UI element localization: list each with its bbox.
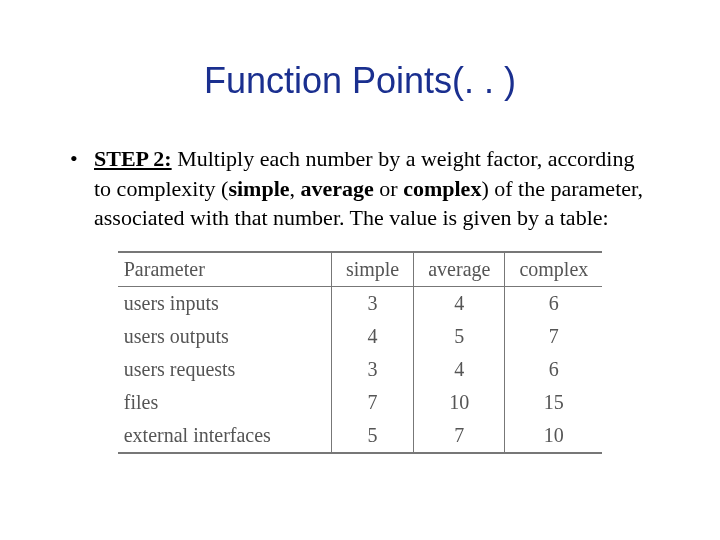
col-parameter: Parameter bbox=[118, 252, 332, 287]
keyword-complex: complex bbox=[403, 176, 481, 201]
col-average: average bbox=[414, 252, 505, 287]
table-container: Parameter simple average complex users i… bbox=[40, 251, 680, 454]
bullet-item: • STEP 2: Multiply each number by a weig… bbox=[40, 144, 680, 233]
table-header-row: Parameter simple average complex bbox=[118, 252, 603, 287]
table-row: files 7 10 15 bbox=[118, 386, 603, 419]
cell-value: 4 bbox=[414, 287, 505, 321]
cell-value: 3 bbox=[331, 287, 413, 321]
cell-label: external interfaces bbox=[118, 419, 332, 453]
keyword-average: average bbox=[301, 176, 374, 201]
table-row: users outputs 4 5 7 bbox=[118, 320, 603, 353]
cell-value: 10 bbox=[414, 386, 505, 419]
cell-value: 4 bbox=[331, 320, 413, 353]
col-simple: simple bbox=[331, 252, 413, 287]
cell-value: 3 bbox=[331, 353, 413, 386]
cell-label: users outputs bbox=[118, 320, 332, 353]
step-label: STEP 2: bbox=[94, 146, 172, 171]
cell-value: 15 bbox=[505, 386, 602, 419]
bullet-text: STEP 2: Multiply each number by a weight… bbox=[94, 144, 650, 233]
table-row: external interfaces 5 7 10 bbox=[118, 419, 603, 453]
cell-value: 10 bbox=[505, 419, 602, 453]
page-title: Function Points(. . ) bbox=[40, 60, 680, 102]
cell-label: files bbox=[118, 386, 332, 419]
table-row: users requests 3 4 6 bbox=[118, 353, 603, 386]
cell-value: 6 bbox=[505, 287, 602, 321]
cell-label: users inputs bbox=[118, 287, 332, 321]
table-row: users inputs 3 4 6 bbox=[118, 287, 603, 321]
cell-value: 7 bbox=[414, 419, 505, 453]
cell-value: 7 bbox=[505, 320, 602, 353]
sep-2: or bbox=[374, 176, 403, 201]
sep-1: , bbox=[290, 176, 301, 201]
cell-value: 4 bbox=[414, 353, 505, 386]
col-complex: complex bbox=[505, 252, 602, 287]
slide: Function Points(. . ) • STEP 2: Multiply… bbox=[0, 0, 720, 540]
cell-value: 5 bbox=[331, 419, 413, 453]
cell-value: 6 bbox=[505, 353, 602, 386]
cell-label: users requests bbox=[118, 353, 332, 386]
weights-table: Parameter simple average complex users i… bbox=[118, 251, 603, 454]
cell-value: 7 bbox=[331, 386, 413, 419]
keyword-simple: simple bbox=[228, 176, 289, 201]
cell-value: 5 bbox=[414, 320, 505, 353]
bullet-dot-icon: • bbox=[70, 144, 94, 174]
